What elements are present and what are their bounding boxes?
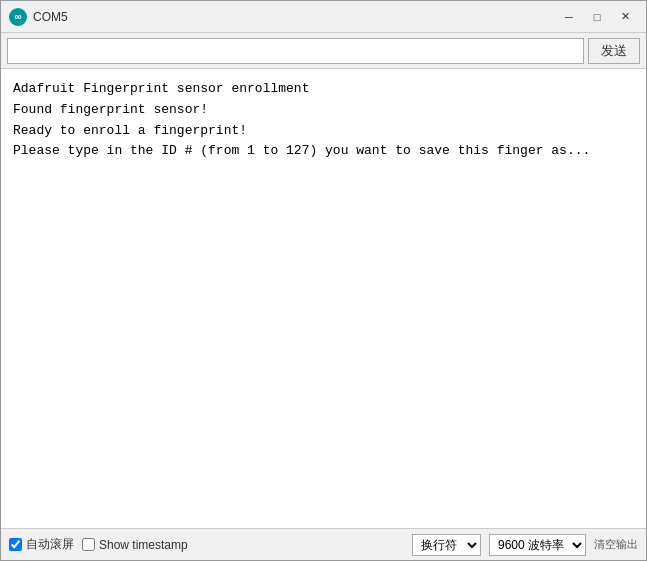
autoscroll-checkbox[interactable] — [9, 538, 22, 551]
minimize-button[interactable]: ─ — [556, 7, 582, 27]
arduino-logo: ∞ — [9, 8, 27, 26]
main-window: ∞ COM5 ─ □ ✕ 发送 Adafruit Fingerprint sen… — [0, 0, 647, 561]
console-output: Adafruit Fingerprint sensor enrollmentFo… — [1, 69, 646, 528]
send-button[interactable]: 发送 — [588, 38, 640, 64]
timestamp-label[interactable]: Show timestamp — [99, 538, 188, 552]
timestamp-group: Show timestamp — [82, 538, 188, 552]
autoscroll-label[interactable]: 自动滚屏 — [26, 536, 74, 553]
line-ending-select[interactable]: 无行尾换行符回车符CR+LF — [412, 534, 481, 556]
title-bar: ∞ COM5 ─ □ ✕ — [1, 1, 646, 33]
window-title: COM5 — [33, 10, 556, 24]
status-bar: 自动滚屏 Show timestamp 无行尾换行符回车符CR+LF 30012… — [1, 528, 646, 560]
maximize-button[interactable]: □ — [584, 7, 610, 27]
serial-input[interactable] — [7, 38, 584, 64]
autoscroll-group: 自动滚屏 — [9, 536, 74, 553]
window-controls: ─ □ ✕ — [556, 7, 638, 27]
app-icon: ∞ — [9, 8, 27, 26]
toolbar: 发送 — [1, 33, 646, 69]
baud-rate-select[interactable]: 3001200240048009600 波特率19200384005760011… — [489, 534, 586, 556]
close-button[interactable]: ✕ — [612, 7, 638, 27]
timestamp-checkbox[interactable] — [82, 538, 95, 551]
clear-output-label[interactable]: 清空输出 — [594, 537, 638, 552]
